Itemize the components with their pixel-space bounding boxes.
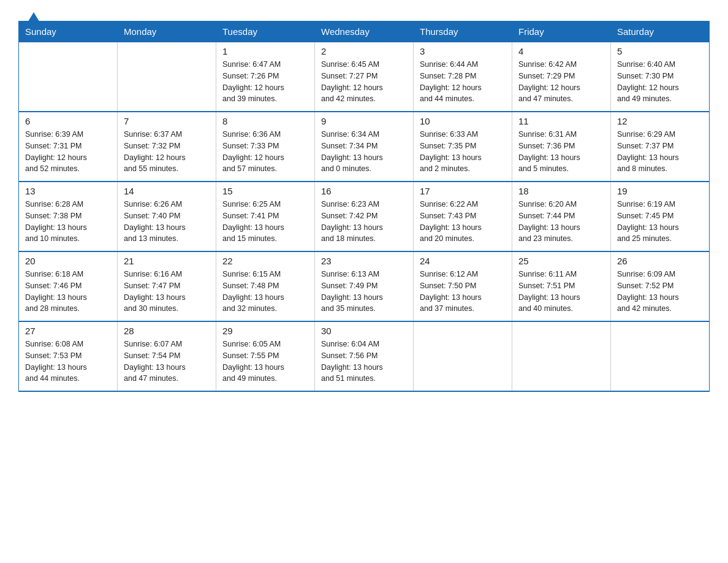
table-row: 29Sunrise: 6:05 AM Sunset: 7:55 PM Dayli…: [216, 321, 315, 391]
calendar-week-row: 13Sunrise: 6:28 AM Sunset: 7:38 PM Dayli…: [19, 182, 710, 251]
day-number: 11: [518, 116, 604, 126]
day-number: 26: [617, 256, 703, 266]
day-info: Sunrise: 6:04 AM Sunset: 7:56 PM Dayligh…: [321, 339, 407, 385]
day-info: Sunrise: 6:34 AM Sunset: 7:34 PM Dayligh…: [321, 129, 407, 175]
table-row: 9Sunrise: 6:34 AM Sunset: 7:34 PM Daylig…: [315, 112, 414, 182]
day-info: Sunrise: 6:42 AM Sunset: 7:29 PM Dayligh…: [518, 59, 604, 105]
table-row: 19Sunrise: 6:19 AM Sunset: 7:45 PM Dayli…: [611, 182, 710, 251]
table-row: 28Sunrise: 6:07 AM Sunset: 7:54 PM Dayli…: [118, 321, 216, 391]
table-row: 1Sunrise: 6:47 AM Sunset: 7:26 PM Daylig…: [216, 42, 315, 112]
day-info: Sunrise: 6:36 AM Sunset: 7:33 PM Dayligh…: [222, 129, 308, 175]
table-row: 8Sunrise: 6:36 AM Sunset: 7:33 PM Daylig…: [216, 112, 315, 182]
day-number: 15: [222, 186, 308, 196]
day-info: Sunrise: 6:11 AM Sunset: 7:51 PM Dayligh…: [518, 269, 604, 315]
col-monday: Monday: [118, 21, 216, 42]
table-row: 17Sunrise: 6:22 AM Sunset: 7:43 PM Dayli…: [414, 182, 512, 251]
day-info: Sunrise: 6:25 AM Sunset: 7:41 PM Dayligh…: [222, 199, 308, 245]
day-info: Sunrise: 6:12 AM Sunset: 7:50 PM Dayligh…: [420, 269, 506, 315]
table-row: 24Sunrise: 6:12 AM Sunset: 7:50 PM Dayli…: [414, 251, 512, 321]
day-number: 7: [124, 116, 210, 126]
day-number: 29: [222, 326, 308, 336]
day-number: 28: [124, 326, 210, 336]
table-row: 5Sunrise: 6:40 AM Sunset: 7:30 PM Daylig…: [611, 42, 710, 112]
table-row: 22Sunrise: 6:15 AM Sunset: 7:48 PM Dayli…: [216, 251, 315, 321]
table-row: 30Sunrise: 6:04 AM Sunset: 7:56 PM Dayli…: [315, 321, 414, 391]
col-tuesday: Tuesday: [216, 21, 315, 42]
day-info: Sunrise: 6:40 AM Sunset: 7:30 PM Dayligh…: [617, 59, 703, 105]
day-info: Sunrise: 6:44 AM Sunset: 7:28 PM Dayligh…: [420, 59, 506, 105]
calendar-table: Sunday Monday Tuesday Wednesday Thursday…: [18, 21, 710, 392]
day-number: 14: [124, 186, 210, 196]
day-info: Sunrise: 6:22 AM Sunset: 7:43 PM Dayligh…: [420, 199, 506, 245]
calendar-week-row: 1Sunrise: 6:47 AM Sunset: 7:26 PM Daylig…: [19, 42, 710, 112]
table-row: 2Sunrise: 6:45 AM Sunset: 7:27 PM Daylig…: [315, 42, 414, 112]
day-number: 6: [25, 116, 111, 126]
table-row: [118, 42, 216, 112]
table-row: [512, 321, 611, 391]
day-number: 18: [518, 186, 604, 196]
table-row: 26Sunrise: 6:09 AM Sunset: 7:52 PM Dayli…: [611, 251, 710, 321]
day-number: 21: [124, 256, 210, 266]
day-number: 9: [321, 116, 407, 126]
table-row: 23Sunrise: 6:13 AM Sunset: 7:49 PM Dayli…: [315, 251, 414, 321]
day-number: 19: [617, 186, 703, 196]
calendar-week-row: 20Sunrise: 6:18 AM Sunset: 7:46 PM Dayli…: [19, 251, 710, 321]
table-row: 18Sunrise: 6:20 AM Sunset: 7:44 PM Dayli…: [512, 182, 611, 251]
calendar-week-row: 6Sunrise: 6:39 AM Sunset: 7:31 PM Daylig…: [19, 112, 710, 182]
svg-marker-0: [27, 12, 40, 23]
calendar-week-row: 27Sunrise: 6:08 AM Sunset: 7:53 PM Dayli…: [19, 321, 710, 391]
table-row: 20Sunrise: 6:18 AM Sunset: 7:46 PM Dayli…: [19, 251, 118, 321]
table-row: 11Sunrise: 6:31 AM Sunset: 7:36 PM Dayli…: [512, 112, 611, 182]
day-info: Sunrise: 6:16 AM Sunset: 7:47 PM Dayligh…: [124, 269, 210, 315]
table-row: [19, 42, 118, 112]
table-row: 6Sunrise: 6:39 AM Sunset: 7:31 PM Daylig…: [19, 112, 118, 182]
col-friday: Friday: [512, 21, 611, 42]
day-info: Sunrise: 6:28 AM Sunset: 7:38 PM Dayligh…: [25, 199, 111, 245]
col-thursday: Thursday: [414, 21, 512, 42]
table-row: 7Sunrise: 6:37 AM Sunset: 7:32 PM Daylig…: [118, 112, 216, 182]
day-number: 12: [617, 116, 703, 126]
table-row: 21Sunrise: 6:16 AM Sunset: 7:47 PM Dayli…: [118, 251, 216, 321]
day-info: Sunrise: 6:31 AM Sunset: 7:36 PM Dayligh…: [518, 129, 604, 175]
table-row: 13Sunrise: 6:28 AM Sunset: 7:38 PM Dayli…: [19, 182, 118, 251]
day-info: Sunrise: 6:29 AM Sunset: 7:37 PM Dayligh…: [617, 129, 703, 175]
day-number: 20: [25, 256, 111, 266]
table-row: 4Sunrise: 6:42 AM Sunset: 7:29 PM Daylig…: [512, 42, 611, 112]
table-row: 15Sunrise: 6:25 AM Sunset: 7:41 PM Dayli…: [216, 182, 315, 251]
col-saturday: Saturday: [611, 21, 710, 42]
day-number: 8: [222, 116, 308, 126]
day-info: Sunrise: 6:20 AM Sunset: 7:44 PM Dayligh…: [518, 199, 604, 245]
day-info: Sunrise: 6:39 AM Sunset: 7:31 PM Dayligh…: [25, 129, 111, 175]
day-info: Sunrise: 6:13 AM Sunset: 7:49 PM Dayligh…: [321, 269, 407, 315]
day-info: Sunrise: 6:07 AM Sunset: 7:54 PM Dayligh…: [124, 339, 210, 385]
day-info: Sunrise: 6:08 AM Sunset: 7:53 PM Dayligh…: [25, 339, 111, 385]
day-number: 25: [518, 256, 604, 266]
calendar-header-row: Sunday Monday Tuesday Wednesday Thursday…: [19, 21, 710, 42]
day-info: Sunrise: 6:33 AM Sunset: 7:35 PM Dayligh…: [420, 129, 506, 175]
day-number: 3: [420, 46, 506, 56]
day-number: 5: [617, 46, 703, 56]
day-info: Sunrise: 6:15 AM Sunset: 7:48 PM Dayligh…: [222, 269, 308, 315]
col-wednesday: Wednesday: [315, 21, 414, 42]
page-header: [18, 12, 710, 15]
day-info: Sunrise: 6:18 AM Sunset: 7:46 PM Dayligh…: [25, 269, 111, 315]
table-row: 16Sunrise: 6:23 AM Sunset: 7:42 PM Dayli…: [315, 182, 414, 251]
day-number: 27: [25, 326, 111, 336]
day-number: 1: [222, 46, 308, 56]
table-row: 3Sunrise: 6:44 AM Sunset: 7:28 PM Daylig…: [414, 42, 512, 112]
day-number: 16: [321, 186, 407, 196]
day-info: Sunrise: 6:45 AM Sunset: 7:27 PM Dayligh…: [321, 59, 407, 105]
day-info: Sunrise: 6:26 AM Sunset: 7:40 PM Dayligh…: [124, 199, 210, 245]
table-row: 10Sunrise: 6:33 AM Sunset: 7:35 PM Dayli…: [414, 112, 512, 182]
day-info: Sunrise: 6:47 AM Sunset: 7:26 PM Dayligh…: [222, 59, 308, 105]
day-info: Sunrise: 6:37 AM Sunset: 7:32 PM Dayligh…: [124, 129, 210, 175]
day-number: 23: [321, 256, 407, 266]
day-number: 17: [420, 186, 506, 196]
table-row: 14Sunrise: 6:26 AM Sunset: 7:40 PM Dayli…: [118, 182, 216, 251]
table-row: 27Sunrise: 6:08 AM Sunset: 7:53 PM Dayli…: [19, 321, 118, 391]
day-number: 4: [518, 46, 604, 56]
day-info: Sunrise: 6:05 AM Sunset: 7:55 PM Dayligh…: [222, 339, 308, 385]
day-info: Sunrise: 6:23 AM Sunset: 7:42 PM Dayligh…: [321, 199, 407, 245]
table-row: 12Sunrise: 6:29 AM Sunset: 7:37 PM Dayli…: [611, 112, 710, 182]
day-number: 24: [420, 256, 506, 266]
